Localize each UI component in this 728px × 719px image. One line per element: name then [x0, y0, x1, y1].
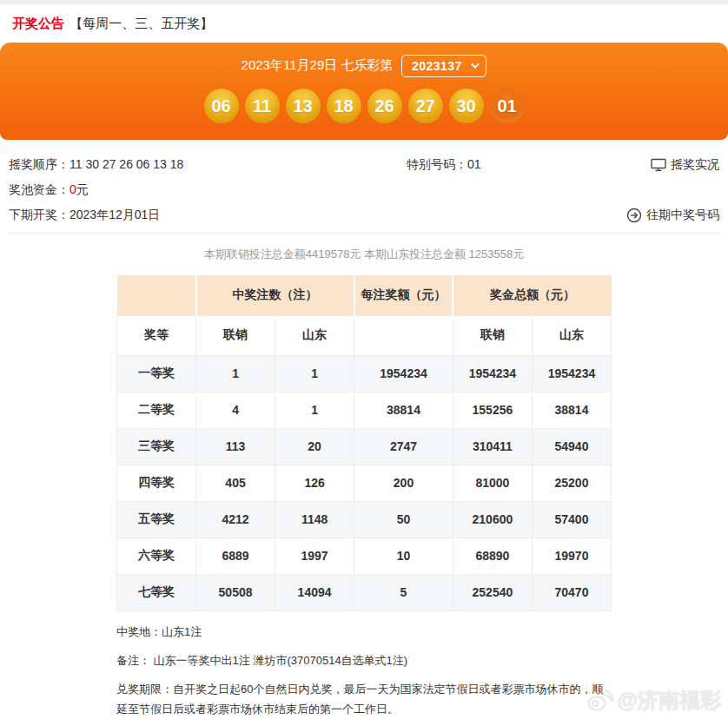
special-number-ball: 01 [490, 89, 525, 123]
cell: 6889 [196, 538, 275, 574]
cell: 155256 [453, 392, 532, 428]
col-header-lianxiao: 联销 [196, 315, 275, 355]
deadline-note: 兑奖期限：自开奖之日起60个自然日内兑奖，最后一天为国家法定节假日或者彩票市场休… [116, 679, 612, 719]
cell: 1954234 [532, 355, 611, 392]
cell: 252540 [453, 574, 532, 610]
cell: 1954234 [354, 355, 453, 392]
draw-date-label: 2023年11月29日 七乐彩第 [242, 57, 394, 74]
col-header-shandong: 山东 [532, 315, 611, 355]
prize-pool-unit: 元 [76, 182, 89, 196]
cell: 1 [196, 355, 275, 392]
cell-level: 三等奖 [117, 428, 196, 465]
cell-level: 七等奖 [117, 574, 196, 610]
draw-order-label: 摇奖顺序： [9, 157, 69, 171]
cell: 81000 [453, 465, 532, 501]
number-ball: 30 [449, 89, 484, 123]
special-number-value: 01 [467, 157, 481, 171]
cell-level: 一等奖 [117, 355, 196, 392]
col-header-level: 奖等 [117, 315, 196, 355]
number-ball: 06 [204, 89, 239, 123]
cell: 200 [354, 465, 453, 501]
history-numbers-link[interactable]: 往期中奖号码 [626, 208, 719, 223]
cell: 1997 [275, 538, 354, 574]
issue-number: 2023137 [412, 59, 462, 73]
table-sub-header-row: 奖等 联销 山东 联销 山东 [117, 315, 612, 355]
cell: 4 [196, 392, 275, 428]
cell-level: 二等奖 [117, 392, 196, 428]
monitor-icon [651, 158, 666, 172]
cell: 405 [196, 465, 275, 501]
cell: 70470 [532, 574, 611, 610]
watermark-handle: @济南福彩 [618, 686, 721, 714]
cell: 1954234 [453, 355, 532, 392]
cell-level: 五等奖 [117, 501, 196, 538]
cell-level: 六等奖 [117, 538, 196, 574]
page-header: 开奖公告 【每周一、三、五开奖】 [0, 4, 728, 43]
live-draw-link[interactable]: 摇奖实况 [651, 157, 719, 173]
cell: 14094 [275, 574, 354, 610]
number-ball: 11 [245, 89, 280, 123]
next-draw-row: 下期开奖：2023年12月01日 往期中奖号码 [9, 202, 719, 228]
cell: 1 [275, 392, 354, 428]
cell: 5 [354, 574, 453, 610]
section-divider [9, 233, 719, 234]
cell: 68890 [453, 538, 532, 574]
draw-schedule: 【每周一、三、五开奖】 [69, 16, 213, 30]
cell: 4212 [196, 501, 275, 538]
cell: 54940 [532, 428, 611, 465]
table-row: 五等奖 4212 1148 50 210600 57400 [117, 501, 612, 538]
chevron-down-icon [471, 60, 480, 69]
table-row: 一等奖 1 1 1954234 1954234 1954234 [117, 355, 612, 392]
cell: 57400 [532, 501, 611, 538]
banner-issue-row: 2023年11月29日 七乐彩第 2023137 [0, 54, 728, 77]
number-ball: 18 [327, 89, 361, 123]
prize-table: 中奖注数（注） 每注奖额（元） 奖金总额（元） 奖等 联销 山东 联销 山东 一… [116, 275, 612, 611]
cell: 2747 [354, 428, 453, 465]
cell: 10 [354, 538, 453, 574]
live-draw-label: 摇奖实况 [671, 157, 719, 173]
group-header-empty [117, 275, 196, 315]
issue-select[interactable]: 2023137 [401, 55, 486, 77]
arrow-circle-icon [626, 208, 642, 223]
draw-info-section: 摇奖顺序：11 30 27 26 06 13 18 特别号码：01 摇奖实况 奖… [0, 140, 728, 234]
cell: 50508 [196, 574, 275, 610]
next-draw-value: 2023年12月01日 [69, 208, 160, 221]
cell: 113 [196, 428, 275, 465]
table-row: 二等奖 4 1 38814 155256 38814 [117, 392, 612, 428]
draw-order: 摇奖顺序：11 30 27 26 06 13 18 [9, 157, 407, 173]
next-draw-label: 下期开奖： [9, 208, 69, 221]
cell: 38814 [354, 392, 453, 428]
number-ball: 13 [286, 89, 321, 123]
next-draw: 下期开奖：2023年12月01日 [9, 208, 407, 223]
remark-note: 备注： 山东一等奖中出1注 潍坊市(37070514自选单式1注) [116, 650, 612, 670]
table-row: 三等奖 113 20 2747 310411 54940 [117, 428, 612, 465]
prize-pool-value: 0 [69, 182, 76, 196]
col-header-shandong: 山东 [275, 315, 354, 355]
winning-numbers: 06 11 13 18 26 27 30 01 [0, 89, 728, 123]
table-row: 四等奖 405 126 200 81000 25200 [117, 465, 612, 501]
winning-place-note: 中奖地：山东1注 [116, 622, 612, 642]
prize-pool-label: 奖池资金： [9, 182, 69, 196]
number-ball: 27 [408, 89, 443, 123]
col-header-lianxiao: 联销 [453, 315, 532, 355]
sales-totals: 本期联销投注总金额4419578元 本期山东投注总金额 1253558元 [0, 247, 728, 262]
cell: 1148 [275, 501, 354, 538]
cell: 25200 [532, 465, 611, 501]
cell: 20 [275, 428, 354, 465]
cell: 50 [354, 501, 453, 538]
group-header-counts: 中奖注数（注） [196, 275, 354, 315]
table-row: 六等奖 6889 1997 10 68890 19970 [117, 538, 612, 574]
prize-pool: 奖池资金：0元 [9, 182, 407, 198]
special-number-label: 特别号码： [407, 157, 467, 171]
table-row: 七等奖 50508 14094 5 252540 70470 [117, 574, 612, 610]
cell: 1 [275, 355, 354, 392]
number-ball: 26 [367, 89, 402, 123]
draw-banner: 2023年11月29日 七乐彩第 2023137 06 11 13 18 26 … [0, 43, 728, 140]
history-numbers-label: 往期中奖号码 [646, 208, 719, 223]
cell: 310411 [453, 428, 532, 465]
col-header-empty [354, 315, 453, 355]
cell: 19970 [532, 538, 611, 574]
cell: 210600 [453, 501, 532, 538]
cell-level: 四等奖 [117, 465, 196, 501]
notes-section: 中奖地：山东1注 备注： 山东一等奖中出1注 潍坊市(37070514自选单式1… [116, 622, 612, 719]
